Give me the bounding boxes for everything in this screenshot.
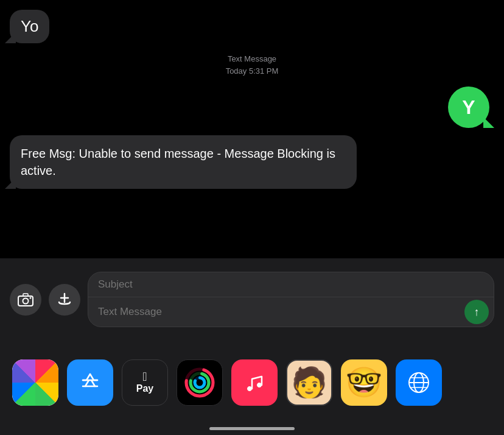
- globe-icon: [405, 369, 432, 396]
- error-bubble-text: Free Msg: Unable to send message - Messa…: [21, 147, 335, 177]
- dock-item-appstore[interactable]: [67, 359, 113, 406]
- send-arrow-icon: ↑: [474, 306, 480, 319]
- camera-button[interactable]: [10, 284, 41, 316]
- pay-text: Pay: [136, 383, 153, 394]
- memoji2-icon: 🤓: [346, 368, 382, 397]
- timestamp-block: Text Message Today 5:31 PM: [10, 53, 494, 77]
- subject-input[interactable]: [88, 272, 494, 297]
- apps-icon: [57, 292, 72, 308]
- dock-item-memoji1[interactable]: 🧑: [286, 359, 332, 406]
- svg-point-1: [23, 298, 29, 303]
- camera-icon: [18, 293, 33, 306]
- music-icon: [242, 370, 267, 395]
- message-input[interactable]: [98, 301, 464, 323]
- send-button[interactable]: ↑: [464, 300, 489, 324]
- timestamp-label: Text Message: [10, 53, 494, 65]
- dock-item-applepay[interactable]:  Pay: [122, 359, 168, 406]
- sent-bubble-y[interactable]: Y: [448, 87, 489, 128]
- dock:  Pay 🧑: [0, 341, 504, 435]
- dock-item-photos[interactable]: [12, 359, 58, 406]
- sent-bubble-y-text: Y: [462, 96, 475, 119]
- received-bubble-yo[interactable]: Yo: [10, 10, 49, 43]
- input-box: ↑: [88, 272, 494, 327]
- svg-rect-2: [23, 294, 28, 296]
- error-bubble[interactable]: Free Msg: Unable to send message - Messa…: [10, 135, 357, 189]
- memoji1-icon: 🧑: [291, 368, 327, 397]
- timestamp-time: Today 5:31 PM: [10, 65, 494, 77]
- apps-button[interactable]: [49, 284, 80, 316]
- input-area: ↑: [0, 258, 504, 341]
- apple-symbol: : [142, 370, 147, 383]
- received-bubble-yo-text: Yo: [21, 17, 38, 35]
- home-indicator: [209, 427, 295, 430]
- dock-item-music[interactable]: [231, 359, 278, 406]
- svg-point-3: [30, 297, 32, 299]
- dock-item-fitness[interactable]: [177, 359, 223, 406]
- fitness-rings-icon: [184, 367, 215, 398]
- message-row: ↑: [88, 297, 494, 327]
- appstore-icon: [77, 369, 103, 396]
- dock-item-memoji2[interactable]: 🤓: [341, 359, 387, 406]
- photos-icon: [12, 359, 58, 406]
- sent-bubble-container: Y: [448, 87, 494, 128]
- dock-item-globe[interactable]: [396, 359, 442, 406]
